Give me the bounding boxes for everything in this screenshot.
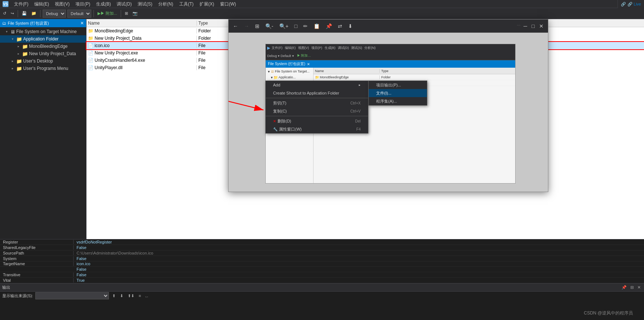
- inner-row-mono: 📁MonoBleedingEdge: [314, 75, 380, 79]
- menu-item-build[interactable]: 生成(B): [93, 0, 114, 8]
- output-split-button[interactable]: ⊟: [629, 285, 635, 290]
- ss-forward-button[interactable]: →: [243, 22, 251, 30]
- menu-item-extensions[interactable]: 扩展(X): [197, 0, 217, 8]
- output-source-select[interactable]: [35, 292, 109, 299]
- menu-item-edit[interactable]: 编辑(E): [31, 0, 52, 8]
- menu-item-debug[interactable]: 调试(D): [114, 0, 135, 8]
- tree-item-programs[interactable]: ▸ 📁 User's Programs Menu: [0, 65, 86, 72]
- toolbar-separator-4: [121, 10, 121, 17]
- ctx-cut-shortcut: Ctrl+X: [350, 101, 361, 105]
- file-name-mono: MonoBleedingEdge: [95, 28, 133, 33]
- prop-name-shared: SharedLegacyFile: [0, 245, 74, 250]
- prop-row-system[interactable]: System False: [0, 256, 644, 262]
- ss-copy-button[interactable]: 📋: [312, 22, 321, 30]
- file-name-exe: New Unity Project.exe: [95, 50, 138, 56]
- prop-value-register: vsdrfDoNotRegister: [74, 240, 644, 244]
- prop-row-sourcepath[interactable]: SourcePath C:\Users\Administrator\Downlo…: [0, 250, 644, 256]
- prop-name-transitive: Transitive: [0, 273, 74, 277]
- output-toolbar-btn-4[interactable]: ≡: [138, 293, 142, 298]
- output-toolbar-btn-5[interactable]: ⎵: [144, 293, 149, 298]
- prop-row-empty[interactable]: False: [0, 267, 644, 272]
- inner-root-arrow: ▾: [268, 70, 270, 74]
- tree-item-application-folder[interactable]: ▾ 📁 Application Folder: [0, 35, 86, 43]
- ss-fit-button[interactable]: □: [293, 22, 299, 30]
- prop-row-register[interactable]: Register vsdrfDoNotRegister: [0, 239, 644, 245]
- toolbar-icon-btn-2[interactable]: 📷: [131, 9, 139, 18]
- ctx-item-delete[interactable]: ✕ 删除(D) Del: [266, 117, 368, 125]
- ss-maximize-button[interactable]: □: [530, 22, 536, 30]
- toolbar-separator-3: [93, 10, 94, 17]
- ss-minimize-button[interactable]: ─: [522, 22, 529, 30]
- output-close-button[interactable]: ✕: [636, 285, 642, 290]
- ctx-item-properties[interactable]: 🔧 属性窗口(W) F4: [266, 125, 368, 133]
- ss-grid-button[interactable]: ⊞: [254, 22, 261, 30]
- live-share-icon: 🔗: [621, 2, 626, 7]
- menu-item-window[interactable]: 窗口(W): [217, 0, 239, 8]
- inner-menu-view: 视图(V): [298, 46, 309, 50]
- inner-app-label: Applicatio...: [279, 75, 296, 79]
- inner-panel-title: File System (打包设置) ✕: [266, 60, 515, 68]
- inner-menu-edit: 编辑(E): [285, 46, 296, 50]
- menu-item-analyze[interactable]: 分析(N): [155, 0, 176, 8]
- debug-config-select[interactable]: Debug: [43, 10, 66, 18]
- ss-zoom-out-button[interactable]: 🔍-: [264, 22, 275, 30]
- ss-pin-button[interactable]: 📌: [324, 22, 333, 30]
- prop-value-vital: True: [74, 278, 644, 282]
- undo-button[interactable]: ↺: [1, 9, 8, 18]
- live-share-bar[interactable]: 🔗 🔗 Live: [618, 0, 644, 8]
- ss-export-button[interactable]: ⬇: [347, 22, 354, 30]
- open-button[interactable]: 📁: [30, 9, 38, 18]
- menu-item-file[interactable]: 文件(F): [11, 0, 31, 8]
- redo-button[interactable]: ↪: [9, 9, 15, 18]
- ctx-item-add[interactable]: Add ▸: [266, 81, 368, 89]
- platform-select[interactable]: Default: [67, 10, 91, 18]
- ctx-item-copy[interactable]: 复制(C) Ctrl+V: [266, 107, 368, 115]
- output-pin-button[interactable]: 📌: [620, 285, 628, 290]
- file-name-crash: UnityCrashHandler64.exe: [95, 58, 145, 63]
- output-toolbar-btn-3[interactable]: ⬆⬇: [127, 293, 135, 299]
- toolbar-icon-btn-1[interactable]: ⊞: [123, 9, 130, 18]
- inner-col-name: Name: [314, 69, 380, 73]
- sub-ctx-item-assembly[interactable]: 程序集(A)...: [369, 97, 427, 105]
- ss-zoom-in-button[interactable]: 🔍+: [278, 22, 290, 30]
- prop-row-targetname[interactable]: TargetName icon.ico: [0, 262, 644, 267]
- menu-bar: VS 文件(F) 编辑(E) 视图(V) 项目(P) 生成(B) 调试(D) 测…: [0, 0, 644, 8]
- ss-more-button[interactable]: ···: [517, 22, 521, 30]
- prop-name-register: Register: [0, 240, 74, 244]
- save-button[interactable]: 💾: [20, 9, 28, 18]
- sub-ctx-item-file[interactable]: 文件(I)...: [369, 89, 427, 97]
- prop-row-transitive[interactable]: Transitive False: [0, 272, 644, 278]
- ss-close-button[interactable]: ✕: [538, 22, 545, 30]
- prop-row-shared[interactable]: SharedLegacyFile False: [0, 245, 644, 250]
- panel-close-button[interactable]: ✕: [80, 21, 84, 26]
- tree-item-desktop[interactable]: ▸ 📁 User's Desktop: [0, 57, 86, 65]
- tree-item-mono[interactable]: ▸ 📁 MonoBleedingEdge: [0, 43, 86, 50]
- run-button[interactable]: ▶ ▶ 附加...: [96, 9, 118, 18]
- output-toolbar-btn-1[interactable]: ⬆: [111, 293, 117, 299]
- output-panel: 输出 📌 ⊟ ✕ 显示输出来源(S): ⬆ ⬇ ⬆⬇ ≡ ⎵: [0, 283, 644, 320]
- inner-root-icon: 🖥: [270, 70, 274, 74]
- inner-menu-bar: ▶ 文件(F) 编辑(E) 视图(V) 项目(P) 生成(B) 调试(D) 测试…: [266, 44, 515, 51]
- panel-title-icon: 🗂: [2, 21, 6, 25]
- inner-app-arrow: ▾: [271, 75, 273, 79]
- inner-toolbar-items: Debug ▾ Default ▾: [267, 54, 294, 58]
- menu-item-view[interactable]: 视图(V): [52, 0, 72, 8]
- ss-back-button[interactable]: ←: [231, 22, 240, 30]
- menu-item-project[interactable]: 项目(P): [72, 0, 93, 8]
- expand-arrow-app: ▾: [12, 37, 16, 41]
- ctx-item-create-shortcut[interactable]: Create Shortcut to Application Folder: [266, 89, 368, 97]
- prop-row-vital[interactable]: Vital True: [0, 278, 644, 283]
- output-toolbar-btn-2[interactable]: ⬇: [119, 293, 124, 299]
- tree-item-unity-data[interactable]: ▸ 📁 New Unity Project_Data: [0, 50, 86, 57]
- ss-edit-button[interactable]: ✏: [302, 22, 309, 30]
- menu-item-tools[interactable]: 工具(T): [176, 0, 197, 8]
- ss-swap-button[interactable]: ⇄: [336, 22, 344, 30]
- menu-item-test[interactable]: 测试(S): [135, 0, 155, 8]
- ctx-add-label: Add: [273, 83, 280, 87]
- inner-panel-close-icon: ✕: [307, 62, 310, 66]
- toolbar-separator-1: [18, 10, 18, 17]
- sub-ctx-item-project-output[interactable]: 项目输出(P)...: [369, 81, 427, 89]
- ctx-item-cut[interactable]: 剪切(T) Ctrl+X: [266, 99, 368, 107]
- tree-item-root[interactable]: ▾ 🖥 File System on Target Machine: [0, 28, 86, 35]
- ctx-properties-shortcut: F4: [356, 127, 361, 131]
